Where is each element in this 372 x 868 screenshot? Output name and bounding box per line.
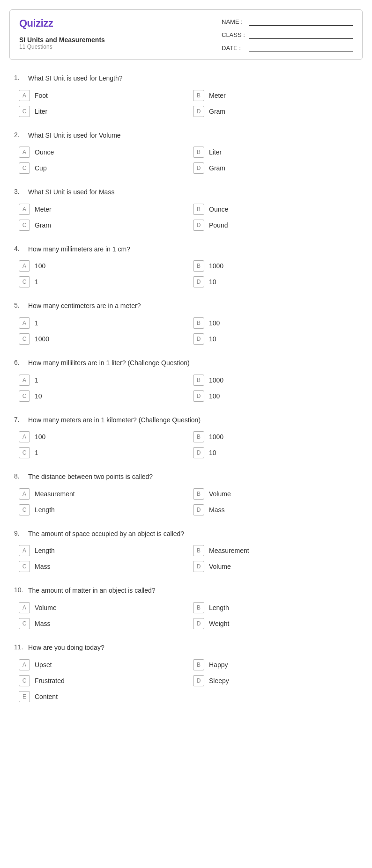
answer-item[interactable]: BLength <box>193 602 358 613</box>
answer-item[interactable]: C1 <box>19 276 184 287</box>
question-number: 6. <box>14 359 28 366</box>
answer-item[interactable]: BHappy <box>193 659 358 670</box>
answer-item[interactable]: B1000 <box>193 431 358 442</box>
answer-item[interactable]: DSleepy <box>193 675 358 686</box>
answer-letter: A <box>19 90 30 101</box>
answer-item[interactable]: CMass <box>19 618 184 629</box>
question-text: How many milliliters are in 1 liter? (Ch… <box>28 359 190 368</box>
answer-letter: C <box>19 561 30 572</box>
answer-text: 1000 <box>35 335 49 343</box>
header-field-line[interactable] <box>249 17 353 26</box>
question-number: 10. <box>14 586 28 594</box>
answer-item[interactable]: DVolume <box>193 561 358 572</box>
answer-item[interactable]: A100 <box>19 431 184 442</box>
answer-item[interactable]: DWeight <box>193 618 358 629</box>
answers-grid: A100B1000C1D10 <box>14 431 358 458</box>
answer-letter: D <box>193 220 204 231</box>
answer-letter: D <box>193 504 204 515</box>
answer-item[interactable]: CMass <box>19 561 184 572</box>
answer-item[interactable]: EContent <box>19 691 184 702</box>
answer-item[interactable]: DPound <box>193 220 358 231</box>
answer-item[interactable]: B1000 <box>193 375 358 386</box>
answer-item[interactable]: AVolume <box>19 602 184 613</box>
answer-text: 100 <box>209 319 220 327</box>
answer-text: Frustrated <box>35 677 65 684</box>
question-number: 1. <box>14 74 28 81</box>
answer-item[interactable]: A100 <box>19 260 184 272</box>
question-text: What SI Unit is used for Mass <box>28 188 114 197</box>
answer-letter: B <box>193 317 204 329</box>
answer-letter: A <box>19 545 30 556</box>
answers-grid: AMeasurementBVolumeCLengthDMass <box>14 488 358 515</box>
question-block: 3.What SI Unit is used for MassAMeterBOu… <box>14 188 358 231</box>
question-number: 9. <box>14 530 28 537</box>
answer-letter: A <box>19 375 30 386</box>
question-header: 9.The amount of space occupied by an obj… <box>14 530 358 539</box>
answer-item[interactable]: DGram <box>193 106 358 117</box>
answer-item[interactable]: CGram <box>19 220 184 231</box>
question-number: 7. <box>14 416 28 423</box>
answer-letter: A <box>19 204 30 215</box>
answer-letter: A <box>19 260 30 272</box>
question-text: How many meters are in 1 kilometer? (Cha… <box>28 416 201 425</box>
answers-grid: AUpsetBHappyCFrustratedDSleepyEContent <box>14 659 358 702</box>
answers-grid: A1B100C1000D10 <box>14 317 358 345</box>
answer-item[interactable]: BMeter <box>193 90 358 101</box>
answer-text: Ounce <box>209 206 228 213</box>
answer-item[interactable]: C1 <box>19 447 184 458</box>
question-text: How many centimeters are in a meter? <box>28 302 141 311</box>
answer-letter: A <box>19 488 30 500</box>
answer-item[interactable]: BMeasurement <box>193 545 358 556</box>
answer-item[interactable]: D10 <box>193 276 358 287</box>
answer-text: 1000 <box>209 433 223 441</box>
answer-item[interactable]: AMeter <box>19 204 184 215</box>
question-text: What SI Unit is used for Volume <box>28 131 121 140</box>
answer-text: Happy <box>209 661 228 669</box>
answer-item[interactable]: DGram <box>193 162 358 174</box>
header-field: NAME : <box>222 17 353 26</box>
question-block: 7.How many meters are in 1 kilometer? (C… <box>14 416 358 459</box>
answer-item[interactable]: CLength <box>19 504 184 515</box>
answer-item[interactable]: ALength <box>19 545 184 556</box>
question-header: 4.How many millimeters are in 1 cm? <box>14 245 358 254</box>
answer-item[interactable]: B1000 <box>193 260 358 272</box>
answer-letter: D <box>193 447 204 458</box>
answer-item[interactable]: A1 <box>19 317 184 329</box>
question-block: 11.How are you doing today?AUpsetBHappyC… <box>14 643 358 702</box>
answer-item[interactable]: AOunce <box>19 147 184 158</box>
answer-item[interactable]: BVolume <box>193 488 358 500</box>
answer-item[interactable]: C1000 <box>19 333 184 345</box>
answer-text: Measurement <box>35 490 75 498</box>
answer-item[interactable]: CLiter <box>19 106 184 117</box>
answer-letter: B <box>193 602 204 613</box>
question-block: 10.The amount of matter in an object is … <box>14 586 358 629</box>
answer-item[interactable]: D100 <box>193 390 358 402</box>
answer-item[interactable]: BLiter <box>193 147 358 158</box>
answer-letter: B <box>193 90 204 101</box>
answer-item[interactable]: BOunce <box>193 204 358 215</box>
answer-item[interactable]: C10 <box>19 390 184 402</box>
header-field-line[interactable] <box>249 30 353 39</box>
answer-letter: C <box>19 504 30 515</box>
answer-item[interactable]: AFoot <box>19 90 184 101</box>
header-field-line[interactable] <box>249 44 353 52</box>
answer-item[interactable]: DMass <box>193 504 358 515</box>
answer-item[interactable]: A1 <box>19 375 184 386</box>
answer-text: Weight <box>209 620 229 627</box>
answer-text: Mass <box>35 563 50 570</box>
answer-item[interactable]: AUpset <box>19 659 184 670</box>
answer-item[interactable]: D10 <box>193 333 358 345</box>
answer-letter: B <box>193 488 204 500</box>
answer-letter: C <box>19 618 30 629</box>
answer-item[interactable]: B100 <box>193 317 358 329</box>
answer-text: Gram <box>209 164 225 172</box>
answer-text: 1000 <box>209 376 223 384</box>
answers-grid: ALengthBMeasurementCMassDVolume <box>14 545 358 572</box>
question-number: 3. <box>14 188 28 195</box>
answer-text: Volume <box>209 563 231 570</box>
answer-item[interactable]: AMeasurement <box>19 488 184 500</box>
answer-item[interactable]: CCup <box>19 162 184 174</box>
answer-item[interactable]: CFrustrated <box>19 675 184 686</box>
answer-item[interactable]: D10 <box>193 447 358 458</box>
answer-letter: C <box>19 675 30 686</box>
